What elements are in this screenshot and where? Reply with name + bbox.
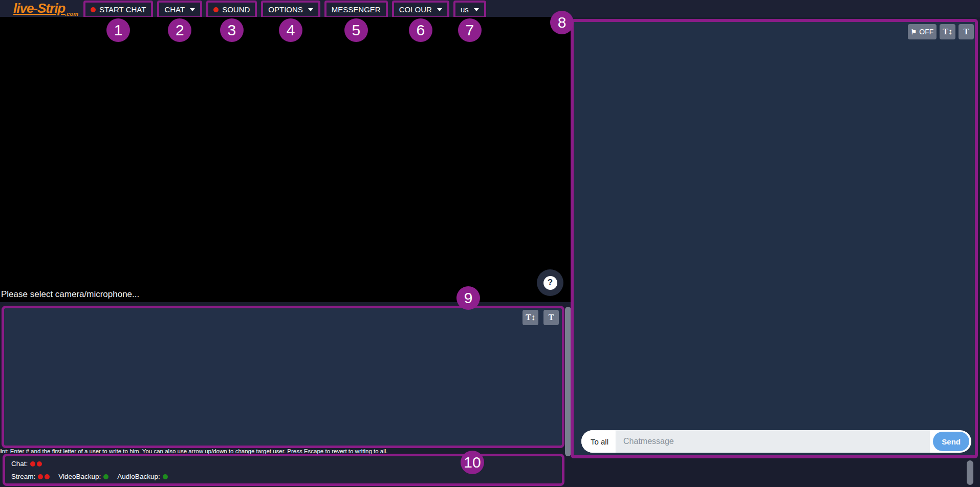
font-toggle-button[interactable]: T: [543, 310, 559, 325]
chat-message-input[interactable]: [616, 430, 930, 453]
audio-backup-label: AudioBackup:: [117, 473, 160, 480]
chat-messages-panel: T↕ T: [2, 306, 564, 448]
annotation-badge-3: 3: [220, 18, 244, 42]
menu-label-start-chat: START CHAT: [99, 5, 146, 14]
record-dot-icon: [91, 7, 96, 12]
send-target-selector[interactable]: To all: [581, 430, 616, 453]
logo-tld: .com: [65, 11, 78, 17]
menu-label-language: us: [461, 5, 469, 14]
annotation-badge-2: 2: [168, 18, 191, 42]
menu-label-sound: SOUND: [222, 5, 250, 14]
annotation-badge-9: 9: [456, 286, 480, 310]
annotation-badge-10: 10: [461, 451, 484, 474]
camera-select-status: Please select camera/microphone...: [1, 289, 139, 300]
menu-item-language[interactable]: us 7: [453, 1, 486, 18]
chat-panel-toolbar: T↕ T: [522, 310, 559, 325]
top-menu-bar: live-Strip.com START CHAT 1 CHAT 2 SOUND…: [0, 0, 980, 17]
chevron-down-icon: [190, 8, 195, 11]
viewer-chat-toolbar: ⚑ OFF T↕ T: [908, 24, 974, 39]
chevron-down-icon: [437, 8, 442, 11]
menu-item-chat[interactable]: CHAT 2: [157, 1, 202, 18]
menu-item-colour[interactable]: COLOUR 6: [392, 1, 449, 18]
menu-item-sound[interactable]: SOUND 3: [206, 1, 257, 18]
record-dot-icon: [213, 7, 219, 12]
chat-status-label: Chat:: [11, 460, 28, 468]
status-dot-red-icon: [30, 461, 35, 467]
menu-item-messenger[interactable]: MESSENGER 5: [324, 1, 388, 18]
page-scrollbar-thumb[interactable]: [967, 460, 973, 485]
annotation-badge-4: 4: [279, 18, 302, 42]
flag-off-label: OFF: [919, 28, 933, 36]
video-backup-label: VideoBackup:: [58, 473, 101, 480]
menu-item-start-chat[interactable]: START CHAT 1: [83, 1, 153, 18]
annotation-badge-5: 5: [344, 18, 368, 42]
help-button[interactable]: ?: [537, 269, 563, 296]
menu-label-chat: CHAT: [164, 5, 185, 14]
status-dot-red-icon: [38, 474, 43, 479]
chevron-down-icon: [308, 8, 313, 11]
menu-label-messenger: MESSENGER: [332, 5, 381, 14]
chevron-down-icon: [474, 8, 479, 11]
annotation-badge-7: 7: [458, 18, 482, 42]
annotation-badge-6: 6: [409, 18, 432, 42]
status-dot-green-icon: [103, 474, 108, 479]
font-size-toggle-button[interactable]: T↕: [940, 24, 955, 39]
logo-text: live-Strip: [13, 1, 65, 16]
viewer-chat-panel: ⚑ OFF T↕ T To all Send: [571, 19, 978, 458]
flag-off-button[interactable]: ⚑ OFF: [908, 24, 937, 39]
chat-composer: To all Send: [581, 430, 971, 453]
flag-icon: ⚑: [911, 28, 917, 36]
menu-item-options[interactable]: OPTIONS 4: [261, 1, 320, 18]
send-button[interactable]: Send: [933, 432, 969, 451]
question-mark-icon: ?: [543, 276, 557, 290]
menu-label-colour: COLOUR: [399, 5, 432, 14]
font-size-toggle-button[interactable]: T↕: [522, 310, 538, 325]
annotation-badge-8: 8: [550, 11, 574, 34]
font-toggle-button[interactable]: T: [959, 24, 974, 39]
status-dot-green-icon: [163, 474, 168, 479]
video-preview-area: Please select camera/microphone... ?: [0, 17, 571, 302]
site-logo[interactable]: live-Strip.com: [13, 1, 78, 17]
annotation-badge-1: 1: [106, 18, 130, 42]
menu-label-options: OPTIONS: [268, 5, 303, 14]
main-menu: START CHAT 1 CHAT 2 SOUND 3 OPTIONS 4 ME…: [83, 1, 486, 18]
status-dot-red-icon: [45, 474, 50, 479]
stream-status-label: Stream:: [11, 473, 35, 480]
status-dot-red-icon: [37, 461, 42, 467]
